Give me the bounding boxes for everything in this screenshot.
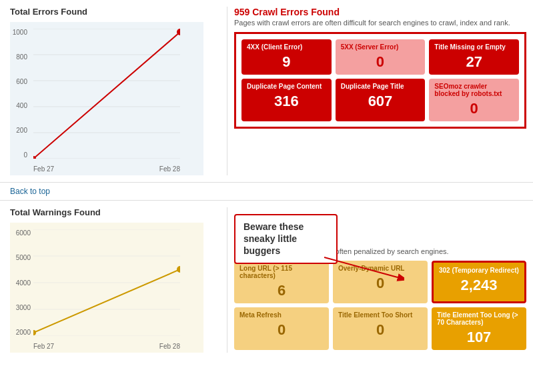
svg-point-15: [33, 330, 36, 335]
error-card-dup-content-label: Duplicate Page Content: [247, 83, 326, 90]
error-card-5xx-value: 0: [341, 53, 420, 71]
arrow-svg: [324, 251, 404, 284]
back-to-top-link[interactable]: Back to top: [0, 183, 533, 201]
errors-y-labels: 1000 800 600 400 200 0: [10, 29, 30, 159]
errors-grid: 4XX (Client Error) 9 5XX (Server Error) …: [234, 32, 526, 129]
error-card-robots-value: 0: [434, 100, 514, 117]
warning-card-title-long-label: Title Element Too Long (> 70 Characters): [437, 311, 521, 326]
error-card-title-missing[interactable]: Title Missing or Empty 27: [429, 39, 519, 75]
warning-card-long-url-label: Long URL (> 115 characters): [239, 265, 324, 279]
errors-chart-panel: Total Errors Found 1000 800 600 400 200 …: [0, 7, 227, 175]
errors-chart-area: 1000 800 600 400 200 0 Fe: [10, 22, 203, 175]
warning-card-title-short-label: Title Element Too Short: [338, 311, 422, 319]
error-card-4xx-value: 9: [247, 53, 326, 71]
warnings-right-panel: Beware these sneaky little buggers Pages…: [227, 207, 533, 353]
errors-x-labels: Feb 27 Feb 28: [33, 165, 180, 173]
svg-line-18: [324, 257, 398, 277]
error-card-5xx[interactable]: 5XX (Server Error) 0: [336, 39, 426, 75]
warnings-y-labels: 6000 5000 4000 3000 2000: [10, 229, 33, 336]
error-card-robots-label: SEOmoz crawler blocked by robots.txt: [434, 83, 514, 97]
errors-header-title: 959 Crawl Errors Found: [234, 7, 526, 17]
warning-card-meta-refresh-value: 0: [239, 321, 324, 339]
warning-card-long-url[interactable]: Long URL (> 115 characters) 6: [234, 261, 329, 303]
svg-point-16: [177, 266, 180, 273]
warnings-chart-svg: [33, 229, 180, 336]
warning-card-302-value: 2,243: [439, 277, 519, 294]
warning-card-meta-refresh[interactable]: Meta Refresh 0: [234, 307, 329, 350]
error-card-dup-content-value: 316: [247, 93, 326, 110]
error-card-4xx[interactable]: 4XX (Client Error) 9: [241, 39, 332, 75]
errors-panel: 959 Crawl Errors Found Pages with crawl …: [227, 7, 533, 175]
warning-card-title-long[interactable]: Title Element Too Long (> 70 Characters)…: [432, 307, 526, 350]
callout-text: Beware these sneaky little buggers: [243, 221, 304, 256]
error-card-dup-title-value: 607: [341, 93, 420, 110]
error-card-dup-content[interactable]: Duplicate Page Content 316: [241, 79, 332, 121]
bottom-section: Total Warnings Found 6000 5000 4000 3000…: [0, 201, 533, 359]
warnings-chart-title: Total Warnings Found: [10, 207, 217, 217]
errors-header-subtitle: Pages with crawl errors are often diffic…: [234, 19, 526, 27]
errors-chart-svg: [33, 29, 180, 159]
error-card-title-missing-value: 27: [434, 53, 514, 71]
warning-card-302-label: 302 (Temporary Redirect): [439, 267, 519, 274]
error-card-dup-title-label: Duplicate Page Title: [341, 83, 420, 90]
warnings-x-labels: Feb 27 Feb 28: [33, 343, 180, 350]
error-card-title-missing-label: Title Missing or Empty: [434, 43, 514, 51]
callout-arrow: [324, 251, 404, 286]
warning-card-title-short-value: 0: [338, 321, 422, 339]
errors-chart-title: Total Errors Found: [10, 7, 217, 17]
warning-card-meta-refresh-label: Meta Refresh: [239, 311, 324, 319]
warning-card-title-long-value: 107: [437, 329, 521, 346]
error-card-5xx-label: 5XX (Server Error): [341, 43, 420, 51]
warning-card-title-short[interactable]: Title Element Too Short 0: [333, 307, 428, 350]
top-section: Total Errors Found 1000 800 600 400 200 …: [0, 0, 533, 183]
error-card-4xx-label: 4XX (Client Error): [247, 43, 326, 51]
callout-bubble: Beware these sneaky little buggers: [234, 214, 338, 264]
svg-line-14: [33, 269, 180, 333]
warnings-chart-area: 6000 5000 4000 3000 2000 Feb 27 Feb 28: [10, 223, 203, 353]
svg-line-6: [33, 32, 180, 159]
warning-card-302[interactable]: 302 (Temporary Redirect) 2,243: [432, 261, 526, 303]
error-card-robots[interactable]: SEOmoz crawler blocked by robots.txt 0: [429, 79, 519, 121]
warnings-chart-panel: Total Warnings Found 6000 5000 4000 3000…: [0, 207, 227, 353]
error-card-dup-title[interactable]: Duplicate Page Title 607: [336, 79, 426, 121]
warning-card-long-url-value: 6: [239, 282, 324, 299]
